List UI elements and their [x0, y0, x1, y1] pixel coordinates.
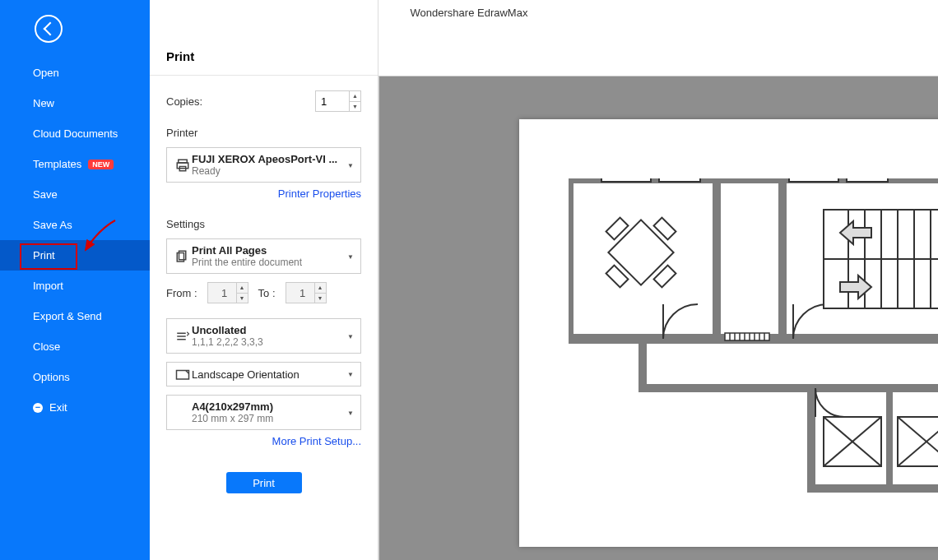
spin-up-icon[interactable]: ▲ [350, 91, 360, 102]
exit-icon: − [33, 403, 43, 413]
spin-down-icon[interactable]: ▼ [350, 102, 360, 112]
svg-rect-12 [601, 178, 651, 182]
panel-title: Print [166, 49, 378, 63]
svg-rect-1 [177, 163, 188, 169]
printer-section-label: Printer [166, 127, 361, 139]
sidebar-item-new[interactable]: New [0, 88, 150, 118]
label: Exit [49, 401, 67, 414]
from-input [208, 283, 236, 303]
from-spinner[interactable]: ▲▼ [207, 282, 248, 303]
back-button[interactable] [35, 15, 63, 43]
from-label: From : [166, 287, 197, 299]
label: Import [33, 280, 63, 292]
copies-spinner[interactable]: ▲▼ [315, 90, 361, 112]
sidebar-item-import[interactable]: Import [0, 271, 150, 301]
orientation-icon [174, 368, 192, 381]
label: Open [33, 67, 59, 79]
collate-select[interactable]: Uncollated 1,1,1 2,2,2 3,3,3 ▼ [166, 318, 361, 354]
new-badge: NEW [88, 160, 114, 169]
preview-page [519, 119, 938, 547]
label: Export & Send [33, 310, 102, 322]
sidebar-item-export-send[interactable]: Export & Send [0, 301, 150, 331]
label: Close [33, 340, 60, 353]
sidebar-item-options[interactable]: Options [0, 362, 150, 392]
file-sidebar: Open New Cloud Documents TemplatesNEW Sa… [0, 0, 150, 560]
copies-label: Copies: [166, 95, 202, 108]
spin-down-icon[interactable]: ▼ [315, 294, 326, 303]
svg-rect-15 [847, 178, 888, 182]
pages-title: Print All Pages [192, 244, 354, 257]
svg-rect-14 [789, 178, 838, 182]
svg-rect-9 [643, 339, 938, 388]
print-pages-select[interactable]: Print All Pages Print the entire documen… [166, 238, 361, 274]
paper-sub: 210 mm x 297 mm [192, 413, 354, 424]
collate-icon [174, 329, 192, 344]
collate-sub: 1,1,1 2,2,2 3,3,3 [192, 336, 354, 348]
to-spinner[interactable]: ▲▼ [286, 282, 327, 303]
printer-properties-link[interactable]: Printer Properties [278, 187, 361, 200]
chevron-down-icon: ▼ [347, 252, 354, 260]
label: Save As [33, 219, 72, 231]
chevron-down-icon: ▼ [347, 332, 354, 340]
print-button[interactable]: Print [226, 472, 302, 493]
svg-rect-13 [659, 178, 700, 182]
label: Templates [33, 158, 81, 170]
print-preview [378, 76, 938, 560]
chevron-down-icon: ▼ [347, 409, 354, 416]
sidebar-item-print[interactable]: Print [0, 240, 150, 271]
settings-section-label: Settings [166, 218, 361, 230]
print-settings-panel: Print Copies: ▲▼ Printer FUJI XEROX Apeo… [150, 0, 378, 560]
label: Save [33, 188, 58, 201]
sidebar-item-open[interactable]: Open [0, 58, 150, 88]
sidebar-item-save-as[interactable]: Save As [0, 210, 150, 240]
pages-sub: Print the entire document [192, 257, 354, 268]
printer-name: FUJI XEROX ApeosPort-VI ... [192, 153, 354, 165]
spin-down-icon[interactable]: ▼ [237, 294, 248, 303]
paper-size-select[interactable]: A4(210x297mm) 210 mm x 297 mm ▼ [166, 395, 361, 430]
to-input [286, 283, 314, 303]
sidebar-item-close[interactable]: Close [0, 331, 150, 362]
collate-title: Uncollated [192, 324, 354, 336]
chevron-down-icon: ▼ [347, 371, 354, 378]
spin-up-icon[interactable]: ▲ [315, 283, 326, 294]
label: Options [33, 371, 70, 383]
label: Print [33, 249, 55, 261]
svg-rect-46 [898, 417, 938, 466]
spin-up-icon[interactable]: ▲ [237, 283, 248, 294]
paper-title: A4(210x297mm) [192, 400, 354, 413]
printer-icon [174, 158, 192, 173]
orientation-value: Landscape Orientation [192, 368, 354, 381]
sidebar-item-exit[interactable]: −Exit [0, 392, 150, 423]
panel-header: Print [150, 0, 378, 76]
to-label: To : [258, 287, 276, 299]
label: New [33, 97, 54, 109]
more-print-setup-link[interactable]: More Print Setup... [272, 435, 361, 447]
floor-plan-drawing [569, 178, 938, 532]
printer-select[interactable]: FUJI XEROX ApeosPort-VI ... Ready ▼ [166, 147, 361, 183]
pages-icon [174, 249, 192, 264]
label: Cloud Documents [33, 127, 118, 140]
sidebar-item-cloud-documents[interactable]: Cloud Documents [0, 118, 150, 149]
chevron-down-icon: ▼ [347, 161, 354, 169]
svg-rect-19 [725, 333, 769, 340]
copies-input[interactable] [316, 91, 349, 111]
sidebar-item-save[interactable]: Save [0, 179, 150, 210]
sidebar-item-templates[interactable]: TemplatesNEW [0, 149, 150, 179]
back-arrow-icon [43, 22, 57, 36]
printer-status: Ready [192, 165, 354, 177]
orientation-select[interactable]: Landscape Orientation ▼ [166, 362, 361, 386]
